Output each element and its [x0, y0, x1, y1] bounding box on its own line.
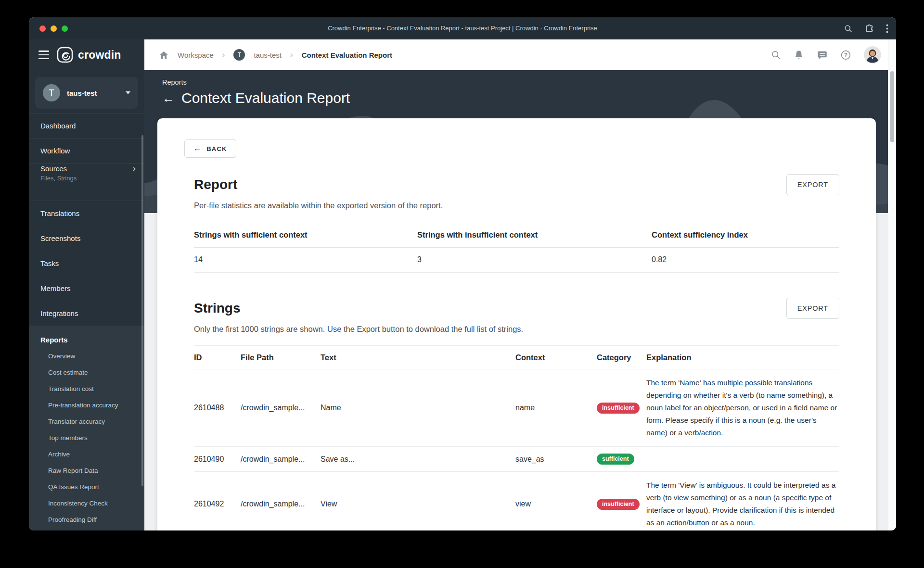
string-file-path: /crowdin_sample... [241, 472, 321, 531]
browser-window: Crowdin Enterprise - Context Evaluation … [29, 17, 896, 530]
sidebar-item-raw-report-data[interactable]: Raw Report Data [29, 462, 144, 479]
hamburger-menu-icon[interactable] [38, 50, 49, 59]
string-file-path: /crowdin_sample... [241, 369, 321, 447]
breadcrumb-workspace[interactable]: Workspace [178, 51, 214, 59]
sidebar-reports-section: Reports Overview Cost estimate Translati… [29, 326, 144, 530]
page-scrollbar[interactable] [888, 39, 896, 530]
stats-value-index: 0.82 [652, 248, 839, 273]
category-badge: sufficient [597, 454, 634, 465]
string-text: Save as... [321, 447, 515, 472]
category-badge: insufficient [597, 499, 640, 510]
sidebar-item-cost-estimate[interactable]: Cost estimate [29, 364, 144, 380]
string-id: 2610488 [194, 369, 241, 447]
report-section-title: Report [194, 177, 237, 192]
breadcrumb: Workspace › T taus-test › Context Evalua… [159, 49, 770, 61]
sidebar-item-qa-issues-report[interactable]: QA Issues Report [29, 479, 144, 495]
sidebar-item-tasks[interactable]: Tasks [29, 251, 144, 276]
sidebar-item-translator-accuracy[interactable]: Translator accuracy [29, 413, 144, 429]
sidebar-item-translations[interactable]: Translations [29, 201, 144, 226]
back-arrow-icon: ← [193, 144, 202, 153]
string-id: 2610490 [194, 447, 241, 472]
strings-header-text: Text [321, 346, 515, 369]
sidebar-item-pre-translation-accuracy[interactable]: Pre-translation accuracy [29, 397, 144, 413]
string-explanation: The term 'Name' has multiple possible tr… [646, 369, 839, 447]
strings-section-subtitle: Only the first 1000 strings are shown. U… [194, 325, 839, 334]
sidebar-item-sources[interactable]: Sources › Files, Strings [29, 163, 144, 201]
project-selector-name: taus-test [67, 89, 119, 97]
stats-header-sufficient: Strings with sufficient context [194, 222, 417, 248]
report-export-button[interactable]: EXPORT [786, 174, 839, 195]
notifications-bell-icon[interactable] [794, 50, 804, 60]
help-icon[interactable]: ? [840, 50, 851, 61]
chevron-down-icon [126, 91, 130, 94]
sidebar-item-archive[interactable]: Archive [29, 446, 144, 462]
crowdin-logo[interactable]: crowdin [57, 47, 121, 63]
report-card: ← BACK Report EXPORT Per-file statistics… [157, 118, 876, 530]
page-eyebrow: Reports [162, 78, 350, 86]
sidebar: crowdin T taus-test Dashboard Workflow S… [29, 39, 144, 530]
sidebar-item-workflow[interactable]: Workflow [29, 138, 144, 163]
strings-header-id: ID [194, 346, 241, 369]
messages-icon[interactable] [817, 50, 828, 61]
category-badge: insufficient [597, 403, 640, 414]
user-avatar[interactable] [864, 46, 881, 63]
breadcrumb-bar: Workspace › T taus-test › Context Evalua… [144, 39, 888, 70]
chevron-right-icon: › [133, 164, 136, 174]
page-scrollbar-thumb[interactable] [890, 71, 894, 142]
strings-header-file-path: File Path [241, 346, 321, 369]
sidebar-item-translation-cost[interactable]: Translation cost [29, 380, 144, 397]
sidebar-item-top-members[interactable]: Top members [29, 429, 144, 446]
search-icon[interactable] [770, 50, 781, 60]
extensions-icon[interactable] [864, 24, 874, 34]
chevron-right-icon: › [290, 50, 293, 60]
sidebar-item-members[interactable]: Members [29, 276, 144, 301]
string-explanation: The term 'View' is ambiguous. It could b… [646, 472, 839, 531]
sidebar-item-inconsistency-check[interactable]: Inconsistency Check [29, 495, 144, 511]
sidebar-item-sources-sublabel: Files, Strings [40, 175, 77, 182]
sidebar-item-overview[interactable]: Overview [29, 348, 144, 364]
chevron-right-icon: › [222, 50, 225, 60]
browser-tab-title: Crowdin Enterprise - Context Evaluation … [29, 17, 896, 39]
back-button[interactable]: ← BACK [184, 139, 236, 158]
sidebar-item-integrations[interactable]: Integrations [29, 301, 144, 326]
crowdin-wordmark: crowdin [78, 49, 121, 62]
sidebar-scrollbar[interactable] [141, 135, 143, 486]
report-section-subtitle: Per-file statistics are available within… [194, 201, 839, 210]
page-back-arrow-icon[interactable]: ← [162, 92, 175, 104]
crowdin-logo-icon [57, 47, 73, 63]
string-context: view [515, 472, 597, 531]
home-icon[interactable] [159, 50, 169, 60]
string-explanation [646, 447, 839, 472]
project-avatar: T [233, 49, 245, 61]
strings-export-button[interactable]: EXPORT [786, 298, 839, 319]
sidebar-item-dashboard[interactable]: Dashboard [29, 113, 144, 138]
table-row: 2610488 /crowdin_sample... Name name ins… [194, 369, 839, 447]
stats-value-insufficient: 3 [417, 248, 652, 273]
sidebar-item-screenshots[interactable]: Screenshots [29, 226, 144, 251]
breadcrumb-project[interactable]: taus-test [254, 51, 282, 59]
sidebar-item-reports[interactable]: Reports [29, 331, 144, 348]
page-title: Context Evaluation Report [181, 90, 350, 106]
svg-text:?: ? [844, 51, 847, 58]
sidebar-item-proofreading-diff[interactable]: Proofreading Diff [29, 511, 144, 528]
strings-header-context: Context [515, 346, 597, 369]
string-text: Name [321, 369, 515, 447]
string-text: View [321, 472, 515, 531]
string-file-path: /crowdin_sample... [241, 447, 321, 472]
strings-header-explanation: Explanation [646, 346, 839, 369]
project-selector-avatar: T [43, 84, 60, 101]
stats-header-index: Context sufficiency index [652, 222, 839, 248]
string-context: save_as [515, 447, 597, 472]
table-row: 2610492 /crowdin_sample... View view ins… [194, 472, 839, 531]
table-row: 2610490 /crowdin_sample... Save as... sa… [194, 447, 839, 472]
strings-header-category: Category [597, 346, 646, 369]
strings-table: ID File Path Text Context Category Expla… [194, 345, 839, 530]
stats-header-insufficient: Strings with insufficient context [417, 222, 652, 248]
project-selector[interactable]: T taus-test [35, 77, 138, 109]
report-stats-table: Strings with sufficient context Strings … [194, 222, 839, 273]
browser-search-icon[interactable] [844, 24, 853, 33]
strings-section-title: Strings [194, 301, 240, 316]
browser-menu-icon[interactable] [886, 24, 888, 33]
browser-titlebar: Crowdin Enterprise - Context Evaluation … [29, 17, 896, 39]
breadcrumb-current: Context Evaluation Report [302, 51, 392, 59]
